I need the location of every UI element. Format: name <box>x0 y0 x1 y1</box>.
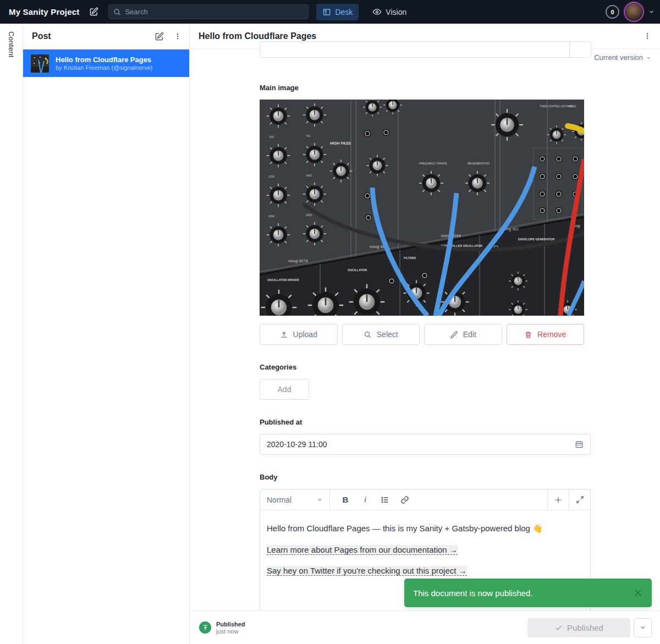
check-icon <box>554 624 563 632</box>
svg-text:1400: 1400 <box>306 174 312 177</box>
link-icon <box>400 496 409 504</box>
project-title: My Sanity Project <box>9 7 79 16</box>
status-title: Published <box>216 621 245 628</box>
pencil-icon <box>450 331 458 339</box>
insert-block-button[interactable] <box>547 489 569 510</box>
svg-text:FREQUENCY RANGE: FREQUENCY RANGE <box>419 162 447 165</box>
svg-text:OSCILLATOR DRIVER: OSCILLATOR DRIVER <box>267 278 299 282</box>
publish-icon <box>199 621 211 634</box>
upload-icon <box>280 331 288 339</box>
post-list-header: Post <box>23 24 189 49</box>
chevron-down-icon <box>317 497 323 503</box>
body-paragraph: Hello from Cloudflare Pages — this is my… <box>267 524 584 533</box>
compose-icon[interactable] <box>155 32 164 41</box>
chevron-down-icon <box>646 55 651 60</box>
svg-text:HIGH PASS: HIGH PASS <box>330 141 351 145</box>
version-row: Current version <box>190 49 660 67</box>
main-image-photo[interactable]: HIGH PASS 500700 10001400 20002600 FREQU… <box>260 100 584 316</box>
list-item-title: Hello from Cloudflare Pages <box>56 55 152 64</box>
svg-text:1000: 1000 <box>268 175 274 178</box>
remove-button[interactable]: Remove <box>507 324 585 345</box>
document-title: Hello from Cloudflare Pages <box>199 31 644 41</box>
published-at-input[interactable] <box>267 440 575 449</box>
tab-desk[interactable]: Desk <box>316 4 359 20</box>
chevron-down-icon[interactable] <box>648 9 654 15</box>
svg-text:500: 500 <box>270 135 274 139</box>
bullet-list-button[interactable] <box>376 492 394 508</box>
document-form: Main image <box>190 67 660 610</box>
fullscreen-button[interactable] <box>569 489 590 510</box>
list-item-post[interactable]: Hello from Cloudflare Pages by Kristian … <box>23 49 189 77</box>
more-vert-icon[interactable] <box>174 32 182 41</box>
document-footer: Published just now Published <box>190 610 660 644</box>
post-list-pane: Post <box>23 24 190 644</box>
pane-title: Post <box>32 31 155 41</box>
published-at-field <box>260 434 591 455</box>
editor-toolbar: Normal B i <box>260 489 590 510</box>
field-label-main-image: Main image <box>260 84 591 92</box>
svg-text:FIXED CONTROL VOLTAGE: FIXED CONTROL VOLTAGE <box>540 105 572 108</box>
expand-icon <box>576 496 584 504</box>
published-button[interactable]: Published <box>527 618 630 637</box>
top-navbar: My Sanity Project Desk Vision 0 <box>0 0 660 24</box>
status-time: just now <box>216 628 245 635</box>
field-label-published-at: Published at <box>260 418 591 426</box>
body-link-twitter[interactable]: Say hey on Twitter if you're checking ou… <box>267 566 467 576</box>
upload-button[interactable]: Upload <box>260 324 338 345</box>
slug-field-partial[interactable] <box>260 41 591 58</box>
bold-button[interactable]: B <box>337 492 354 508</box>
field-label-categories: Categories <box>260 363 591 371</box>
style-select[interactable]: Normal <box>260 489 330 510</box>
add-category-button[interactable]: Add <box>260 379 309 400</box>
status-badge[interactable]: 0 <box>606 5 619 19</box>
desk-icon <box>322 8 331 16</box>
italic-button[interactable]: i <box>356 492 374 508</box>
tab-desk-label: Desk <box>335 8 353 16</box>
plus-icon <box>554 496 563 504</box>
list-icon <box>381 496 389 504</box>
calendar-icon[interactable] <box>575 440 584 449</box>
body-link-docs[interactable]: Learn more about Pages from our document… <box>267 545 458 555</box>
svg-text:2600: 2600 <box>306 213 312 217</box>
more-vert-icon[interactable] <box>644 31 651 41</box>
search-bar[interactable] <box>108 4 309 19</box>
link-button[interactable] <box>396 492 414 508</box>
tab-vision[interactable]: Vision <box>366 4 413 20</box>
avatar[interactable] <box>625 3 643 21</box>
post-thumbnail <box>31 54 49 73</box>
compose-button[interactable] <box>89 7 98 16</box>
document-pane: Hello from Cloudflare Pages Current vers… <box>190 24 660 644</box>
select-button[interactable]: Select <box>342 324 420 345</box>
svg-text:moog 907A: moog 907A <box>288 259 308 263</box>
publish-status: Published just now <box>199 621 245 635</box>
chevron-down-icon <box>640 624 646 631</box>
tab-vision-label: Vision <box>386 8 406 16</box>
list-item-subtitle: by Kristian Freeman (@signalnerve) <box>56 64 152 71</box>
field-label-body: Body <box>260 473 591 481</box>
svg-text:FILTERS: FILTERS <box>404 256 416 260</box>
svg-text:ENVELOPE GENERATOR: ENVELOPE GENERATOR <box>518 238 554 241</box>
sidebar-content-strip[interactable]: Content <box>0 24 23 644</box>
search-icon <box>364 331 372 339</box>
compose-icon <box>89 7 98 16</box>
toast-message: This document is now published. <box>413 588 633 598</box>
svg-text:OSCILLATOR: OSCILLATOR <box>348 268 367 272</box>
toast-notification: This document is now published. <box>404 579 652 607</box>
content-label: Content <box>7 31 15 644</box>
edit-button[interactable]: Edit <box>424 324 502 345</box>
svg-text:700: 700 <box>306 134 311 137</box>
trash-icon <box>524 331 532 339</box>
svg-text:FIXED: FIXED <box>569 105 576 108</box>
publish-menu-button[interactable] <box>634 618 652 637</box>
search-input[interactable] <box>125 8 304 16</box>
close-icon[interactable] <box>633 588 643 598</box>
eye-icon <box>372 7 382 16</box>
svg-text:2000: 2000 <box>268 214 274 218</box>
search-icon <box>113 8 121 16</box>
version-selector[interactable]: Current version <box>594 53 651 62</box>
svg-text:REGENERATION: REGENERATION <box>468 162 490 165</box>
